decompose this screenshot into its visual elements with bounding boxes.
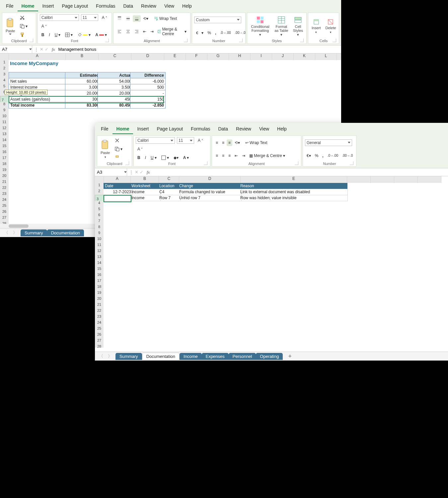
cell[interactable]: [269, 60, 293, 66]
fill-color-button[interactable]: ◆▾: [172, 154, 180, 161]
cell[interactable]: [158, 326, 181, 333]
cell[interactable]: [415, 308, 441, 315]
grow-font-button[interactable]: A˄: [196, 137, 205, 144]
cell[interactable]: [163, 66, 187, 72]
cell[interactable]: [239, 302, 348, 309]
cell[interactable]: [269, 102, 293, 108]
cell[interactable]: [98, 108, 133, 114]
table-cell[interactable]: Row 7: [158, 195, 181, 201]
row-header[interactable]: 25: [0, 204, 9, 210]
row-header[interactable]: 14: [0, 138, 9, 144]
cell[interactable]: [290, 66, 314, 72]
tab-nav-next[interactable]: 〉: [12, 230, 19, 236]
cell[interactable]: [104, 231, 133, 237]
cell[interactable]: [158, 237, 181, 243]
row-header[interactable]: 8: [0, 102, 9, 108]
align-top-button[interactable]: ≡: [214, 139, 220, 146]
cell[interactable]: [368, 219, 394, 225]
cell[interactable]: [392, 290, 417, 297]
cell[interactable]: [104, 243, 133, 249]
cell[interactable]: [158, 255, 181, 261]
cell[interactable]: [438, 320, 448, 327]
cell[interactable]: [98, 114, 133, 120]
cell[interactable]: [9, 138, 68, 144]
menu-review[interactable]: Review: [137, 1, 160, 11]
cell[interactable]: [392, 308, 417, 315]
cell[interactable]: [104, 338, 133, 345]
underline-button[interactable]: U ▾: [53, 32, 62, 38]
row-header[interactable]: 4: [0, 78, 9, 84]
cell[interactable]: [104, 219, 133, 225]
row-header[interactable]: 18: [0, 162, 9, 168]
cell[interactable]: [104, 213, 133, 219]
cell[interactable]: [415, 332, 441, 339]
cell[interactable]: [415, 296, 441, 303]
cell[interactable]: [239, 219, 348, 225]
cell[interactable]: [239, 338, 348, 345]
cell[interactable]: [438, 201, 448, 207]
title-cell[interactable]: Income MyCompany: [9, 60, 165, 66]
cell[interactable]: [184, 78, 208, 84]
cell[interactable]: [178, 332, 242, 339]
cell[interactable]: [333, 72, 341, 78]
cell[interactable]: [178, 338, 242, 345]
cell[interactable]: [311, 66, 335, 72]
row-header[interactable]: 11: [95, 243, 104, 249]
cell[interactable]: [368, 207, 394, 213]
cell[interactable]: [438, 279, 448, 285]
orientation-button[interactable]: ⟲▾: [141, 15, 150, 22]
cell[interactable]: [438, 344, 448, 348]
cell[interactable]: [415, 285, 441, 291]
cell[interactable]: [345, 237, 371, 243]
table-cell[interactable]: Income: [130, 189, 161, 195]
cell[interactable]: [104, 237, 133, 243]
cell[interactable]: [248, 66, 271, 72]
cell[interactable]: [163, 114, 187, 120]
accounting-format-button[interactable]: €▾: [305, 152, 313, 159]
row-header[interactable]: 13: [0, 132, 9, 138]
menu-data[interactable]: Data: [119, 1, 137, 11]
align-top-button[interactable]: [115, 15, 123, 22]
row-header[interactable]: 27: [0, 215, 9, 222]
cell[interactable]: [184, 66, 208, 72]
cell[interactable]: [158, 344, 181, 348]
column-header[interactable]: L: [315, 53, 337, 60]
bold-button[interactable]: B: [136, 154, 142, 161]
cell[interactable]: [415, 326, 441, 333]
cell[interactable]: [345, 189, 371, 195]
align-bottom-button[interactable]: ≡: [227, 139, 232, 146]
cell[interactable]: [9, 150, 68, 156]
cell[interactable]: [158, 225, 181, 231]
cell[interactable]: [392, 273, 417, 279]
row-header[interactable]: 23: [95, 314, 104, 321]
menu-data[interactable]: Data: [214, 124, 232, 134]
cell[interactable]: [248, 84, 271, 90]
table-cell[interactable]: Net sales: [9, 78, 68, 85]
cell[interactable]: [438, 213, 448, 219]
cell[interactable]: [104, 201, 133, 207]
cell[interactable]: [311, 60, 335, 66]
menu-help[interactable]: Help: [273, 124, 291, 134]
row-header[interactable]: 1: [0, 60, 9, 66]
increase-decimal-button[interactable]: .0→.00: [218, 30, 232, 36]
fx-icon[interactable]: fx: [145, 170, 151, 175]
cell[interactable]: [239, 255, 348, 261]
cell[interactable]: [239, 261, 348, 267]
cell[interactable]: [368, 225, 394, 231]
column-header[interactable]: F: [186, 53, 207, 60]
cell[interactable]: [158, 243, 181, 249]
accounting-format-button[interactable]: €▾: [194, 30, 205, 36]
align-left-button[interactable]: ≡: [214, 152, 220, 159]
cell[interactable]: [226, 66, 250, 72]
tab-nav-prev[interactable]: 〈: [3, 230, 10, 236]
cell[interactable]: [269, 66, 293, 72]
cell[interactable]: [368, 279, 394, 285]
cell[interactable]: [158, 285, 181, 291]
cell[interactable]: [205, 90, 229, 96]
cell[interactable]: [345, 338, 371, 345]
cell[interactable]: [345, 320, 371, 327]
cell[interactable]: [290, 96, 314, 102]
cell[interactable]: [368, 261, 394, 267]
menu-home[interactable]: Home: [18, 1, 38, 11]
cancel-edit-button[interactable]: ✕: [40, 47, 43, 52]
